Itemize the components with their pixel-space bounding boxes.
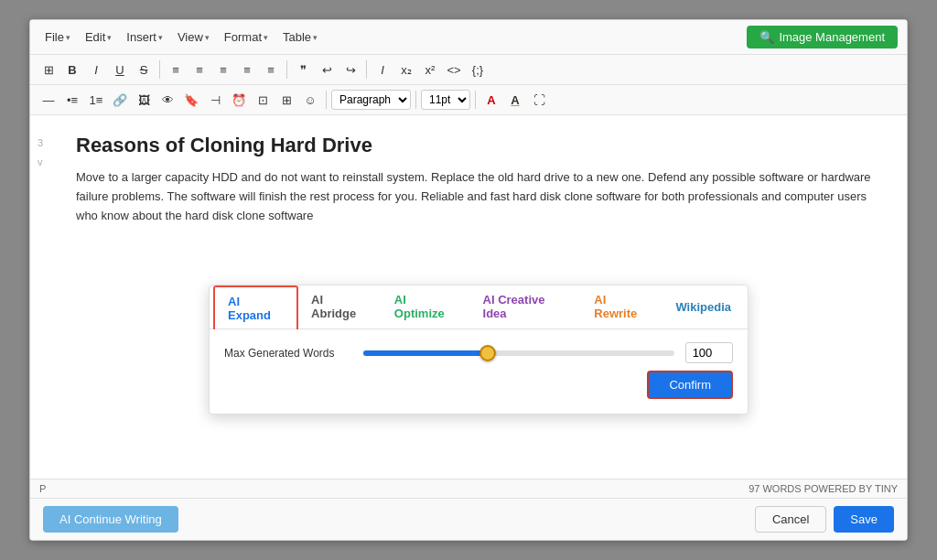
toolbar-font-color[interactable]: A	[480, 89, 502, 111]
toolbar-blockquote[interactable]: ❞	[292, 59, 314, 81]
toolbar-sep-1	[159, 60, 160, 79]
toolbar-fullscreen[interactable]: ⛶	[528, 89, 550, 111]
toolbar-align-justify[interactable]: ≡	[236, 59, 258, 81]
content-area: 3 v Reasons of Cloning Hard Drive Move t…	[30, 115, 907, 479]
ai-tab-optimize[interactable]: AI Optimize	[382, 285, 470, 329]
toolbar-hr[interactable]: —	[38, 89, 59, 111]
toolbar-strikethrough[interactable]: S	[133, 59, 155, 81]
status-word-count: 97 WORDS POWERED BY TINY	[749, 483, 898, 494]
toolbar-pagebreak[interactable]: ⊣	[204, 89, 226, 111]
ai-slider-row: Max Generated Words	[210, 329, 748, 371]
toolbar-sep-2	[286, 60, 287, 79]
toolbar-link[interactable]: 🔗	[109, 89, 131, 111]
menu-view[interactable]: View ▾	[172, 28, 215, 46]
edit-arrow: ▾	[107, 33, 112, 42]
toolbar-preview[interactable]: 👁	[156, 89, 178, 111]
toolbar-table[interactable]: ⊡	[252, 89, 274, 111]
bottom-actions: Cancel Save	[755, 506, 894, 533]
save-button[interactable]: Save	[834, 506, 894, 533]
menu-table[interactable]: Table ▾	[277, 28, 323, 46]
ai-tab-expand[interactable]: AI Expand	[213, 285, 298, 329]
toolbar-sep-5	[415, 91, 416, 109]
menu-insert[interactable]: Insert ▾	[121, 28, 168, 46]
toolbar-subscript[interactable]: x₂	[395, 59, 417, 81]
view-arrow: ▾	[205, 33, 210, 42]
image-management-button[interactable]: 🔍 Image Management	[747, 26, 898, 48]
toolbar-underline[interactable]: U	[109, 59, 131, 81]
toolbar-indent[interactable]: ≡	[260, 59, 282, 81]
toolbar-bold[interactable]: B	[61, 59, 83, 81]
line-numbers: 3 v	[38, 134, 43, 172]
toolbar-redo[interactable]: ↪	[339, 59, 361, 81]
slider-value-input[interactable]	[685, 342, 733, 363]
toolbar-sep-4	[326, 91, 327, 109]
toolbar-undo[interactable]: ↩	[316, 59, 338, 81]
menu-file[interactable]: File ▾	[39, 28, 76, 46]
toolbar-show-blocks[interactable]: ⊞	[38, 59, 59, 81]
document-body[interactable]: Move to a larger capacity HDD and do not…	[76, 168, 879, 225]
toolbar-bullet-list[interactable]: •≡	[61, 89, 83, 111]
toolbar-align-right[interactable]: ≡	[212, 59, 234, 81]
ai-confirm-row: Confirm	[210, 371, 748, 399]
ai-tab-abridge[interactable]: AI Abridge	[298, 285, 382, 329]
slider-label: Max Generated Words	[224, 347, 352, 360]
toolbar-italic2[interactable]: I	[372, 59, 393, 81]
cancel-button[interactable]: Cancel	[755, 506, 826, 533]
toolbar-row-2: — •≡ 1≡ 🔗 🖼 👁 🔖 ⊣ ⏰ ⊡ ⊞ ☺ Paragraph 11pt…	[30, 85, 907, 115]
file-arrow: ▾	[66, 33, 70, 42]
toolbar-sep-3	[366, 60, 367, 79]
toolbar-sep-6	[475, 91, 476, 109]
insert-arrow: ▾	[158, 33, 163, 42]
toolbar-align-center[interactable]: ≡	[188, 59, 210, 81]
menu-items: File ▾ Edit ▾ Insert ▾ View ▾ Format ▾ T…	[39, 28, 323, 46]
paragraph-style-select[interactable]: Paragraph	[331, 90, 411, 110]
document-content: Reasons of Cloning Hard Drive Move to a …	[58, 134, 879, 225]
editor-window: File ▾ Edit ▾ Insert ▾ View ▾ Format ▾ T…	[29, 19, 908, 541]
toolbar-code-block[interactable]: {;}	[467, 59, 489, 81]
menu-format[interactable]: Format ▾	[219, 28, 274, 46]
toolbar-anchor[interactable]: 🔖	[180, 89, 202, 111]
toolbar-row-1: ⊞ B I U S ≡ ≡ ≡ ≡ ≡ ❞ ↩ ↪ I x₂ x² <> {;}	[30, 55, 907, 85]
toolbar-timer[interactable]: ⏰	[228, 89, 250, 111]
ai-tab-creative[interactable]: AI Creative Idea	[470, 285, 582, 329]
slider-fill	[363, 350, 488, 356]
ai-continue-writing-button[interactable]: AI Continue Writing	[43, 506, 178, 533]
toolbar-num-list[interactable]: 1≡	[85, 89, 107, 111]
toolbar-italic[interactable]: I	[85, 59, 107, 81]
toolbar-grid[interactable]: ⊞	[275, 89, 297, 111]
format-arrow: ▾	[264, 33, 268, 42]
ai-tab-rewrite[interactable]: AI Rewrite	[581, 285, 662, 329]
ai-tab-wikipedia[interactable]: Wikipedia	[662, 293, 744, 323]
status-bar: P 97 WORDS POWERED BY TINY	[30, 479, 907, 498]
table-arrow: ▾	[313, 33, 318, 42]
status-tag: P	[39, 483, 46, 494]
toolbar-image[interactable]: 🖼	[133, 89, 155, 111]
font-size-select[interactable]: 11pt	[421, 90, 470, 110]
menu-edit[interactable]: Edit ▾	[80, 28, 117, 46]
menu-bar: File ▾ Edit ▾ Insert ▾ View ▾ Format ▾ T…	[30, 20, 907, 55]
toolbar-highlight-color[interactable]: A	[504, 89, 526, 111]
confirm-button[interactable]: Confirm	[647, 371, 733, 399]
ai-popup: AI Expand AI Abridge AI Optimize AI Crea…	[209, 285, 749, 415]
ai-tabs: AI Expand AI Abridge AI Optimize AI Crea…	[210, 285, 748, 329]
toolbar-code[interactable]: <>	[443, 59, 465, 81]
toolbar-superscript[interactable]: x²	[419, 59, 441, 81]
search-icon: 🔍	[759, 30, 774, 44]
bottom-bar: AI Continue Writing Cancel Save	[30, 498, 907, 540]
slider-track	[363, 350, 674, 356]
slider-thumb[interactable]	[479, 345, 496, 361]
toolbar-emoji[interactable]: ☺	[299, 89, 321, 111]
toolbar-align-left[interactable]: ≡	[165, 59, 187, 81]
document-title: Reasons of Cloning Hard Drive	[76, 134, 879, 157]
